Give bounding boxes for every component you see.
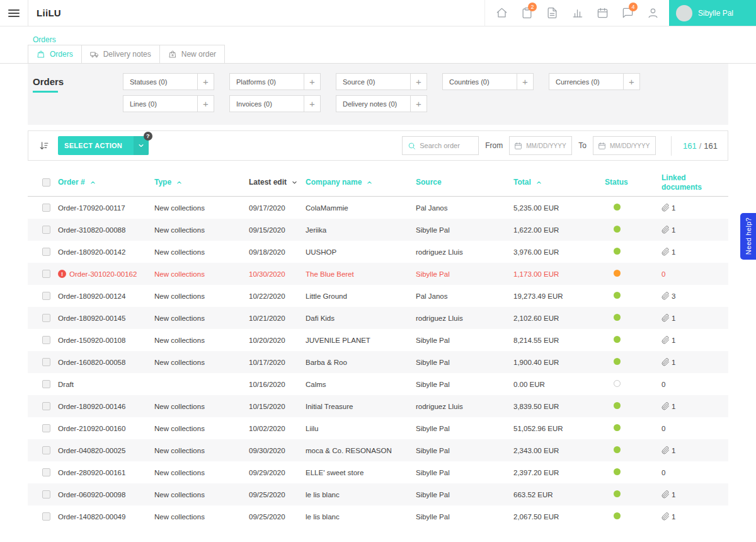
table-row[interactable]: Order-160820-00058New collections10/17/2… <box>28 351 728 373</box>
table-row[interactable]: !Order-301020-00162New collections10/30/… <box>28 263 728 285</box>
truck-icon <box>90 50 99 59</box>
col-header-total[interactable]: Total <box>513 178 605 187</box>
filter-source[interactable]: Source (0)+ <box>336 73 427 90</box>
date-to-input[interactable] <box>610 142 651 149</box>
table-body: Order-170920-00117New collections09/17/2… <box>28 197 728 528</box>
select-all-checkbox[interactable] <box>42 178 50 187</box>
row-checkbox[interactable] <box>42 402 50 410</box>
filter-countries[interactable]: Countries (0)+ <box>442 73 534 90</box>
invoices-icon[interactable] <box>539 1 564 26</box>
row-checkbox[interactable] <box>42 204 50 212</box>
latest-edit-date: 10/20/2020 <box>249 337 306 344</box>
filter-delivery-notes[interactable]: Delivery notes (0)+ <box>336 95 427 112</box>
status-cell <box>605 204 662 212</box>
row-checkbox[interactable] <box>42 380 50 388</box>
calendar-icon[interactable] <box>590 1 615 26</box>
filter-row-1: Statuses (0)+Platforms (0)+Source (0)+Co… <box>123 73 640 90</box>
alert-icon: ! <box>58 270 66 278</box>
bag_plus-icon <box>168 50 177 59</box>
col-header-latest-edit[interactable]: Latest edit <box>249 178 306 187</box>
table-row[interactable]: Order-280920-00161New collections09/29/2… <box>28 461 728 483</box>
user-menu[interactable]: Sibylle Pal <box>669 0 756 26</box>
tab-orders[interactable]: Orders <box>28 45 82 63</box>
table-row[interactable]: Order-170920-00117New collections09/17/2… <box>28 197 728 219</box>
sort-order-icon[interactable] <box>38 141 49 151</box>
select-action-button[interactable]: SELECT ACTION ? <box>58 136 149 155</box>
filter-statuses[interactable]: Statuses (0)+ <box>123 73 214 90</box>
table-row[interactable]: Order-180920-00124New collections10/22/2… <box>28 285 728 307</box>
table-row[interactable]: Order-310820-00088New collections09/15/2… <box>28 219 728 241</box>
need-help-tab[interactable]: Need help? <box>740 213 756 260</box>
row-checkbox[interactable] <box>42 248 50 256</box>
row-checkbox[interactable] <box>42 468 50 476</box>
hamburger-menu-button[interactable] <box>0 0 28 26</box>
status-dot <box>614 424 621 431</box>
status-cell <box>605 380 662 388</box>
plus-icon: + <box>623 74 639 89</box>
breadcrumb-orders-link[interactable]: Orders <box>33 35 56 44</box>
col-header-company-name[interactable]: Company name <box>306 178 416 187</box>
row-checkbox-cell <box>28 336 58 344</box>
filter-invoices[interactable]: Invoices (0)+ <box>229 95 321 112</box>
col-header-label: Order # <box>58 178 85 187</box>
filter-lines[interactable]: Lines (0)+ <box>123 95 214 112</box>
filter-currencies[interactable]: Currencies (0)+ <box>549 73 640 90</box>
date-from-input[interactable] <box>526 142 567 149</box>
source: Sibylle Pal <box>416 270 513 278</box>
order-type: New collections <box>154 248 249 256</box>
row-checkbox[interactable] <box>42 446 50 454</box>
order-type: New collections <box>154 425 249 432</box>
col-header-linked-documents[interactable]: Linked documents <box>662 173 728 192</box>
row-checkbox[interactable] <box>42 424 50 432</box>
top-bar: LiiLU 24 Sibylle Pal <box>0 0 756 26</box>
row-checkbox-cell <box>28 446 58 454</box>
date-to-box <box>593 136 656 155</box>
home-icon[interactable] <box>489 1 514 26</box>
table-row[interactable]: Order-180920-00142New collections09/18/2… <box>28 241 728 263</box>
row-checkbox[interactable] <box>42 292 50 300</box>
action-bar: SELECT ACTION ? From To <box>28 130 728 161</box>
contacts-icon[interactable] <box>640 1 665 26</box>
row-checkbox[interactable] <box>42 490 50 499</box>
calendar-icon[interactable] <box>598 142 606 150</box>
company-name: Initial Treasure <box>306 403 416 410</box>
company-name: moca & Co. RESONASON <box>306 447 416 454</box>
tab-label: New order <box>181 50 216 59</box>
table-row[interactable]: Order-040820-00025New collections09/30/2… <box>28 439 728 461</box>
tab-delivery-notes[interactable]: Delivery notes <box>81 45 160 63</box>
col-header-order[interactable]: Order # <box>58 178 154 187</box>
help-tooltip-badge[interactable]: ? <box>144 132 152 141</box>
linked-documents: 1 <box>662 226 728 234</box>
filter-platforms[interactable]: Platforms (0)+ <box>229 73 321 90</box>
from-label: From <box>485 141 503 150</box>
paperclip-icon <box>662 226 670 234</box>
row-checkbox[interactable] <box>42 314 50 322</box>
search-input[interactable] <box>420 142 473 149</box>
table-row[interactable]: Order-060920-00098New collections09/25/2… <box>28 483 728 505</box>
app-window: LiiLU 24 Sibylle Pal Orders OrdersDelive… <box>0 0 756 542</box>
table-row[interactable]: Order-180920-00146New collections10/15/2… <box>28 395 728 417</box>
row-checkbox[interactable] <box>42 512 50 521</box>
statistics-icon[interactable] <box>564 1 590 26</box>
row-checkbox-cell <box>28 424 58 432</box>
calendar-icon[interactable] <box>514 142 522 150</box>
orders-icon[interactable]: 2 <box>514 1 539 26</box>
table-row[interactable]: Order-210920-00160New collections10/02/2… <box>28 417 728 439</box>
col-header-type[interactable]: Type <box>154 178 249 187</box>
table-row[interactable]: Draft10/16/2020CalmsSibylle Pal0.00 EUR0 <box>28 373 728 395</box>
table-row[interactable]: Order-180920-00145New collections10/21/2… <box>28 307 728 329</box>
table-row[interactable]: Order-150920-00108New collections10/20/2… <box>28 329 728 351</box>
col-header-status[interactable]: Status <box>605 178 662 187</box>
row-checkbox[interactable] <box>42 358 50 366</box>
breadcrumb: Orders <box>0 26 756 45</box>
tab-new-order[interactable]: New order <box>159 45 225 63</box>
messages-icon[interactable]: 4 <box>615 1 640 26</box>
row-checkbox[interactable] <box>42 270 50 278</box>
source: rodriguez Lluis <box>416 403 513 410</box>
row-checkbox[interactable] <box>42 336 50 344</box>
table-row[interactable]: Order-140820-00049New collections09/25/2… <box>28 505 728 528</box>
row-checkbox[interactable] <box>42 226 50 234</box>
status-dot <box>614 358 621 365</box>
total-amount: 2,102.60 EUR <box>513 314 605 322</box>
col-header-source[interactable]: Source <box>416 178 513 187</box>
